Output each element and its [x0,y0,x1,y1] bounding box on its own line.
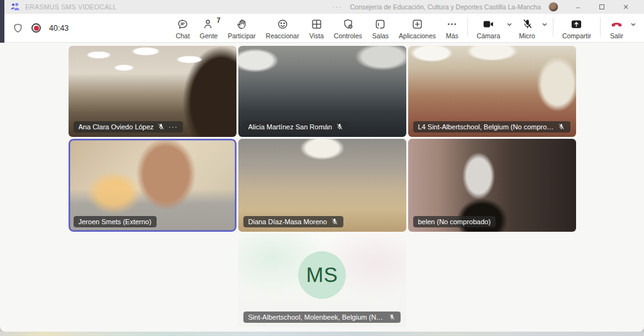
camera-button-label: Cámara [477,32,500,40]
share-button-label: Compartir [562,32,591,40]
mic-muted-icon [558,123,565,131]
breakout-rooms-icon [374,18,386,31]
people-count-badge: 7 [217,17,221,24]
chat-button[interactable]: Chat [170,15,194,41]
participant-name: Alicia Martínez San Román [248,123,332,131]
more-ellipsis-icon [446,18,458,31]
background-window-edge [0,0,4,43]
share-button[interactable]: Compartir [557,15,596,41]
hang-up-icon [609,18,624,31]
raise-hand-icon [236,18,248,31]
video-tile-belen[interactable]: belen (No comprobado) [408,139,576,232]
maximize-button[interactable] [590,0,614,14]
shield-gear-icon [342,18,354,31]
toolbar-divider [553,18,553,36]
add-apps-icon [411,18,423,31]
chat-button-label: Chat [175,32,189,40]
controls-button-label: Controles [334,32,362,40]
recording-indicator-icon [31,23,41,33]
apps-button[interactable]: Aplicaciones [394,15,441,41]
camera-icon [482,18,495,31]
teams-window: ERASMUS SMS VIDEOCALL ··· Consejería de … [0,0,644,332]
chevron-down-icon [630,21,636,28]
chevron-down-icon [506,21,513,28]
react-button[interactable]: Reaccionar [261,15,304,41]
more-button-label: Más [446,32,458,40]
titlebar: ERASMUS SMS VIDEOCALL ··· Consejería de … [0,0,644,14]
video-grid: Ana Clara Oviedo López ··· Alicia Martín… [0,43,644,332]
rooms-button[interactable]: Salas [367,15,394,41]
mic-muted-icon [336,123,343,131]
desktop-background-strip [0,332,644,336]
mic-muted-icon [521,18,533,31]
participant-name: Diana Díaz-Masa Moreno [248,218,327,225]
maximize-icon [599,4,604,9]
raise-hand-button[interactable]: Participar [223,15,260,41]
video-tile-jeroen-smets-active-speaker[interactable]: Jeroen Smets (Externo) [69,139,236,232]
toolbar-divider [600,18,601,36]
video-tile-diana[interactable]: Diana Díaz-Masa Moreno [238,139,406,232]
controls-button[interactable]: Controles [329,15,367,41]
camera-options-chevron[interactable] [505,16,514,33]
participant-name-pill: L4 Sint-Albertschool, Belgium (No compro… [413,121,570,133]
participant-menu-dots[interactable]: ··· [169,124,178,131]
mic-options-chevron[interactable] [540,16,549,33]
participant-name: Ana Clara Oviedo López [79,123,154,131]
participant-name-pill: belen (No comprobado) [413,216,496,227]
participant-name-pill: Alicia Martínez San Román [243,121,348,133]
mic-button[interactable]: Micro [514,15,540,41]
participant-name: Sint-Albertschool, Molenbeek, Belgium (N… [248,313,386,321]
participant-name-pill: Jeroen Smets (Externo) [74,216,157,227]
security-shield-icon [13,23,23,34]
user-avatar[interactable] [548,2,558,12]
call-timer: 40:43 [49,24,69,33]
participant-name: belen (No comprobado) [418,218,491,225]
close-button[interactable]: ✕ [614,0,638,14]
participant-name-pill: Diana Díaz-Masa Moreno [243,216,343,227]
raise-hand-button-label: Participar [228,32,255,40]
leave-options-chevron[interactable] [629,16,638,33]
people-button-label: Gente [200,32,218,40]
call-toolbar: 40:43 Chat [0,14,644,43]
minimize-button[interactable]: – [566,0,590,14]
share-screen-icon [570,18,583,31]
leave-call-button[interactable]: Salir [604,15,629,41]
camera-button[interactable]: Cámara [472,15,505,41]
people-icon: 7 [203,18,214,31]
participant-name-pill: Ana Clara Oviedo López ··· [74,121,183,133]
chat-icon [177,18,189,31]
participant-name: L4 Sint-Albertschool, Belgium (No compro… [418,123,555,131]
video-tile-ana-clara[interactable]: Ana Clara Oviedo López ··· [69,46,236,137]
mic-muted-icon [157,123,165,131]
leave-call-button-label: Salir [610,32,623,40]
react-button-label: Reaccionar [266,32,299,40]
toolbar-divider [467,18,468,36]
mic-muted-icon [331,218,338,225]
view-button[interactable]: Vista [304,15,329,41]
participant-name-pill: Sint-Albertschool, Molenbeek, Belgium (N… [243,312,401,323]
smiley-react-icon [277,18,289,31]
video-tile-sint-albertschool-molenbeek[interactable]: MS Sint-Albertschool, Molenbeek, Belgium… [238,234,406,327]
chevron-down-icon [541,21,548,28]
window-title: ERASMUS SMS VIDEOCALL [25,3,117,11]
apps-button-label: Aplicaciones [399,32,436,40]
participant-name: Jeroen Smets (Externo) [79,218,152,225]
view-button-label: Vista [309,32,324,40]
video-tile-alicia[interactable]: Alicia Martínez San Román [238,46,406,137]
account-organization-label: Consejería de Educación, Cultura y Depor… [350,3,541,11]
mic-muted-icon [389,313,395,321]
mic-button-label: Micro [519,32,535,40]
teams-app-icon [10,2,20,12]
people-button[interactable]: 7 Gente [195,15,223,41]
grid-view-icon [311,18,323,31]
video-tile-l4-sint-albertschool[interactable]: L4 Sint-Albertschool, Belgium (No compro… [408,46,576,137]
titlebar-more-menu[interactable]: ··· [333,4,343,11]
more-button[interactable]: Más [441,15,464,41]
rooms-button-label: Salas [372,32,389,40]
screen: ERASMUS SMS VIDEOCALL ··· Consejería de … [0,0,644,336]
participant-initials-avatar: MS [298,251,346,299]
